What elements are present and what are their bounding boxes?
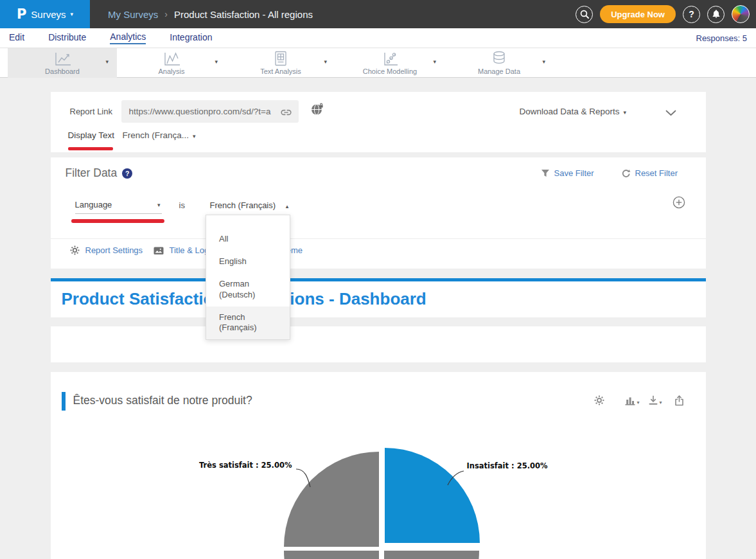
display-language-dropdown[interactable]: French (França...▾ [123, 130, 196, 140]
display-text-tab[interactable]: Display Text [68, 130, 115, 140]
language-options-dropdown: All English German (Deutsch) French (Fra… [206, 215, 290, 340]
survey-tabs: Edit Distribute Analytics Integration Re… [0, 28, 756, 48]
image-icon [154, 246, 164, 255]
filter-value-text: French (Français) [210, 200, 276, 210]
chevron-down-icon: ▾ [193, 133, 196, 139]
chevron-down-icon[interactable]: ▾ [542, 58, 545, 65]
tab-integration[interactable]: Integration [170, 32, 212, 44]
breadcrumb-separator: › [164, 9, 168, 19]
user-avatar[interactable] [732, 5, 750, 23]
page-title: Product Satisfaction - All regions - Das… [51, 281, 706, 316]
help-circle-icon[interactable]: ? [122, 168, 132, 179]
active-tab-underline [68, 147, 113, 150]
chevron-down-icon: ▾ [637, 400, 640, 405]
tab-distribute[interactable]: Distribute [48, 32, 86, 44]
chevron-down-icon: ▾ [157, 202, 161, 208]
chart-type-button[interactable]: ▾ [624, 395, 640, 405]
report-link-label: Report Link [70, 107, 112, 116]
upgrade-now-button[interactable]: Upgrade Now [600, 5, 676, 23]
chevron-down-icon: ▾ [624, 109, 627, 116]
filter-field-active-bar [71, 219, 164, 223]
globe-lock-icon[interactable] [311, 103, 324, 118]
question-chart-card: Êtes-vous satisfait de notre produit? ▾ … [51, 372, 706, 559]
reset-filter-label: Reset Filter [635, 168, 678, 178]
chart-download-button[interactable]: ▾ [648, 395, 662, 405]
breadcrumb: My Surveys › Product Satisfaction - All … [108, 9, 313, 20]
toolbar-item-label: Text Analysis [260, 67, 301, 75]
filter-value-select[interactable]: French (Français) ▴ [210, 200, 289, 210]
breadcrumb-my-surveys[interactable]: My Surveys [108, 9, 158, 20]
language-option-german[interactable]: German (Deutsch) [206, 273, 270, 306]
filter-operator: is [179, 200, 185, 210]
bell-icon [712, 10, 721, 19]
question-accent-tick [62, 392, 66, 411]
share-icon [674, 395, 684, 406]
add-filter-condition-button[interactable] [672, 196, 685, 211]
analytics-toolbar: Dashboard ▾ Analysis ▾ Text Analysis ▾ C… [0, 48, 756, 78]
search-button[interactable] [576, 6, 593, 23]
refresh-icon [621, 169, 631, 178]
toolbar-item-label: Choice Modelling [363, 67, 417, 75]
database-icon [491, 51, 507, 67]
download-data-reports-dropdown[interactable]: Download Data & Reports▾ [520, 107, 627, 116]
chart-share-button[interactable] [674, 395, 684, 406]
responses-count: Responses: 5 [696, 33, 748, 43]
chevron-down-icon[interactable]: ▾ [324, 58, 327, 65]
chevron-down-icon[interactable]: ▾ [433, 58, 436, 65]
toolbar-dashboard[interactable]: Dashboard ▾ [8, 48, 117, 78]
question-title: Êtes-vous satisfait de notre produit? [73, 394, 252, 407]
dashboard-title-panel: Product Satisfaction - All regions - Das… [51, 281, 706, 317]
pie-slice-tres-satisfait [284, 452, 379, 547]
save-filter-button[interactable]: Save Filter [541, 168, 594, 178]
chart-settings-button[interactable] [594, 395, 604, 405]
filter-data-title-text: Filter Data [66, 166, 118, 180]
toolbar-item-label: Dashboard [45, 67, 80, 75]
chevron-up-icon: ▴ [286, 203, 289, 209]
collapse-panel-chevron[interactable] [665, 107, 676, 119]
title-logo-link[interactable]: Title & Logo [154, 245, 214, 255]
chevron-down-icon: ▾ [660, 400, 662, 405]
display-language-value: French (França... [123, 130, 189, 140]
notifications-button[interactable] [707, 6, 725, 23]
save-filter-label: Save Filter [554, 168, 594, 178]
filter-field-select[interactable]: Language ▾ [75, 200, 162, 214]
topbar-actions: Upgrade Now ? [576, 0, 750, 28]
report-settings-link[interactable]: Report Settings [70, 245, 143, 255]
filter-field-value: Language [75, 200, 112, 209]
pie-label-insatisfait: Insatisfait : 25.00% [467, 461, 548, 470]
breadcrumb-current-survey: Product Satisfaction - All regions [174, 9, 313, 20]
pie-slice-bottom-right [384, 551, 479, 559]
bar-chart-icon [624, 395, 636, 405]
language-option-all[interactable]: All [206, 228, 290, 251]
tab-edit[interactable]: Edit [9, 32, 24, 44]
toolbar-item-label: Analysis [159, 67, 185, 75]
toolbar-choice-modelling[interactable]: Choice Modelling ▾ [335, 48, 444, 78]
pie-chart[interactable] [51, 423, 706, 559]
chevron-down-icon[interactable]: ▾ [215, 58, 218, 65]
filter-data-title: Filter Data ? [66, 166, 133, 180]
gear-icon [594, 395, 604, 405]
tab-analytics[interactable]: Analytics [110, 31, 146, 44]
gear-icon [70, 245, 80, 255]
language-option-english[interactable]: English [206, 251, 290, 273]
trend-chart-icon [161, 51, 182, 67]
help-button[interactable]: ? [683, 6, 700, 23]
funnel-icon [541, 169, 550, 177]
link-icon[interactable] [281, 107, 292, 119]
download-data-reports-label: Download Data & Reports [520, 107, 620, 116]
divider [51, 238, 706, 239]
toolbar-analysis[interactable]: Analysis ▾ [117, 48, 226, 78]
top-navbar: P Surveys ▾ My Surveys › Product Satisfa… [0, 0, 756, 28]
search-icon [580, 10, 589, 19]
product-switcher[interactable]: P Surveys ▾ [0, 0, 90, 28]
pie-slice-insatisfait [385, 448, 480, 543]
toolbar-manage-data[interactable]: Manage Data ▾ [444, 48, 554, 78]
report-link-input[interactable] [121, 100, 299, 123]
report-settings-label: Report Settings [85, 245, 143, 255]
reset-filter-button[interactable]: Reset Filter [621, 168, 678, 178]
chevron-down-icon[interactable]: ▾ [105, 58, 109, 65]
toolbar-text-analysis[interactable]: Text Analysis ▾ [226, 48, 335, 78]
empty-widget-panel [51, 326, 706, 362]
language-option-french[interactable]: French (Français) [206, 306, 290, 340]
pie-label-tres-satisfait: Très satisfait : 25.00% [166, 461, 292, 470]
